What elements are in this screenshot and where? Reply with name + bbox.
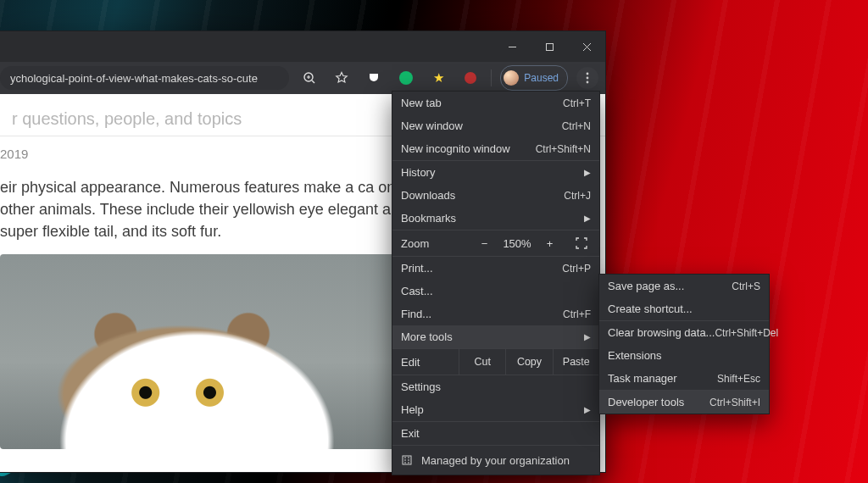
svg-point-3	[587, 77, 589, 80]
profile-chip[interactable]: Paused	[500, 65, 568, 91]
menu-cast[interactable]: Cast...	[392, 280, 599, 303]
svg-point-2	[587, 73, 589, 75]
address-bar[interactable]: ychological-point-of-view-what-makes-cat…	[0, 66, 289, 90]
edit-cut-button[interactable]: Cut	[459, 349, 505, 375]
zoom-out-button[interactable]: −	[481, 237, 488, 250]
chevron-right-icon: ▶	[584, 405, 591, 414]
svg-rect-5	[403, 456, 411, 464]
submenu-clear-browsing[interactable]: Clear browsing data...Ctrl+Shift+Del	[599, 321, 769, 344]
submenu-create-shortcut[interactable]: Create shortcut...	[599, 297, 769, 320]
menu-print[interactable]: Print...Ctrl+P	[392, 257, 599, 280]
zoom-label: Zoom	[392, 237, 459, 250]
extension-grammarly-icon[interactable]	[394, 66, 418, 90]
toolbar-divider	[491, 69, 492, 86]
menu-settings[interactable]: Settings	[392, 375, 599, 398]
chevron-right-icon: ▶	[584, 214, 591, 223]
window-close-button[interactable]	[568, 31, 605, 62]
menu-zoom: Zoom − 150% +	[392, 230, 599, 256]
fullscreen-button[interactable]	[576, 237, 599, 249]
window-minimize-button[interactable]	[493, 31, 531, 62]
profile-status: Paused	[524, 72, 559, 84]
extension-pocket-icon[interactable]	[362, 66, 386, 90]
submenu-extensions[interactable]: Extensions	[599, 344, 769, 367]
menu-more-tools[interactable]: More tools▶	[392, 325, 599, 348]
managed-label: Managed by your organization	[421, 454, 570, 467]
window-maximize-button[interactable]	[531, 31, 568, 62]
menu-edit: Edit Cut Copy Paste	[392, 349, 599, 375]
menu-downloads[interactable]: DownloadsCtrl+J	[392, 184, 599, 207]
edit-label: Edit	[392, 356, 459, 369]
menu-help[interactable]: Help▶	[392, 398, 599, 421]
submenu-save-page[interactable]: Save page as...Ctrl+S	[599, 275, 769, 297]
menu-new-window[interactable]: New windowCtrl+N	[392, 114, 599, 137]
zoom-in-button[interactable]: +	[547, 237, 554, 250]
submenu-task-manager[interactable]: Task managerShift+Esc	[599, 367, 769, 390]
submenu-developer-tools[interactable]: Developer toolsCtrl+Shift+I	[599, 391, 769, 414]
menu-find[interactable]: Find...Ctrl+F	[392, 303, 599, 325]
chevron-right-icon: ▶	[584, 168, 591, 177]
svg-rect-0	[546, 43, 553, 50]
browser-toolbar: ychological-point-of-view-what-makes-cat…	[0, 62, 605, 94]
edit-paste-button[interactable]: Paste	[553, 349, 599, 375]
zoom-value: 150%	[503, 237, 531, 250]
menu-new-tab[interactable]: New tabCtrl+T	[392, 92, 599, 114]
extension-record-icon[interactable]	[459, 66, 482, 90]
svg-point-4	[587, 81, 589, 84]
chrome-menu-button[interactable]	[576, 67, 598, 89]
chrome-main-menu: New tabCtrl+T New windowCtrl+N New incog…	[392, 91, 600, 475]
menu-managed-notice[interactable]: Managed by your organization	[392, 446, 599, 475]
extension-star-icon[interactable]: ★	[426, 66, 450, 90]
article-body: eir physical appearance. Numerous featur…	[0, 176, 424, 242]
avatar	[504, 70, 519, 86]
menu-exit[interactable]: Exit	[392, 422, 599, 445]
edit-copy-button[interactable]: Copy	[505, 349, 552, 375]
organization-icon	[401, 454, 413, 466]
more-tools-submenu: Save page as...Ctrl+S Create shortcut...…	[598, 274, 770, 414]
menu-bookmarks[interactable]: Bookmarks▶	[392, 207, 599, 230]
article-image-cat	[0, 254, 428, 449]
zoom-indicator-icon[interactable]	[298, 66, 321, 90]
bookmark-star-icon[interactable]	[330, 66, 353, 90]
menu-new-incognito[interactable]: New incognito windowCtrl+Shift+N	[392, 137, 599, 160]
menu-history[interactable]: History▶	[392, 161, 599, 184]
chevron-right-icon: ▶	[584, 332, 591, 341]
window-titlebar	[0, 31, 605, 62]
